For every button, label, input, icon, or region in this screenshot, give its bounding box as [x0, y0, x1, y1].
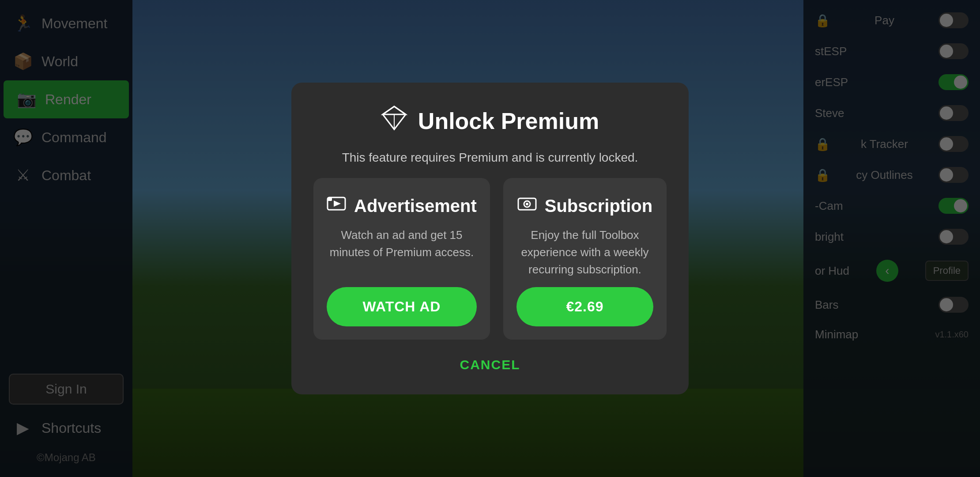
subscribe-button[interactable]: €2.69	[516, 287, 653, 326]
cards-row: Advertisement Watch an ad and get 15 min…	[313, 178, 667, 340]
ad-card-desc: Watch an ad and get 15 minutes of Premiu…	[327, 227, 477, 278]
sub-icon	[517, 194, 537, 218]
modal-title: Unlock Premium	[418, 108, 599, 134]
svg-line-6	[394, 106, 406, 114]
cancel-button[interactable]: CANCEL	[442, 353, 538, 377]
watch-ad-button[interactable]: WATCH AD	[327, 287, 477, 326]
svg-line-4	[394, 114, 406, 129]
diamond-icon	[381, 105, 407, 137]
sub-card-desc: Enjoy the full Toolbox experience with a…	[516, 227, 653, 278]
ad-card-title: Advertisement	[354, 196, 477, 216]
svg-rect-9	[328, 197, 332, 201]
svg-line-5	[383, 106, 394, 114]
subscription-card: Subscription Enjoy the full Toolbox expe…	[503, 178, 667, 340]
modal-header: Unlock Premium	[381, 105, 599, 137]
modal-overlay[interactable]: Unlock Premium This feature requires Pre…	[0, 0, 980, 477]
advertisement-card: Advertisement Watch an ad and get 15 min…	[313, 178, 490, 340]
sub-card-header: Subscription	[517, 194, 652, 218]
ad-card-header: Advertisement	[327, 194, 477, 218]
svg-point-12	[526, 203, 528, 205]
sub-card-title: Subscription	[545, 196, 652, 216]
svg-line-3	[383, 114, 394, 129]
svg-marker-1	[383, 106, 406, 114]
unlock-premium-modal: Unlock Premium This feature requires Pre…	[291, 83, 689, 394]
ad-icon	[327, 194, 346, 218]
modal-subtitle: This feature requires Premium and is cur…	[342, 151, 638, 165]
svg-marker-8	[334, 201, 341, 207]
